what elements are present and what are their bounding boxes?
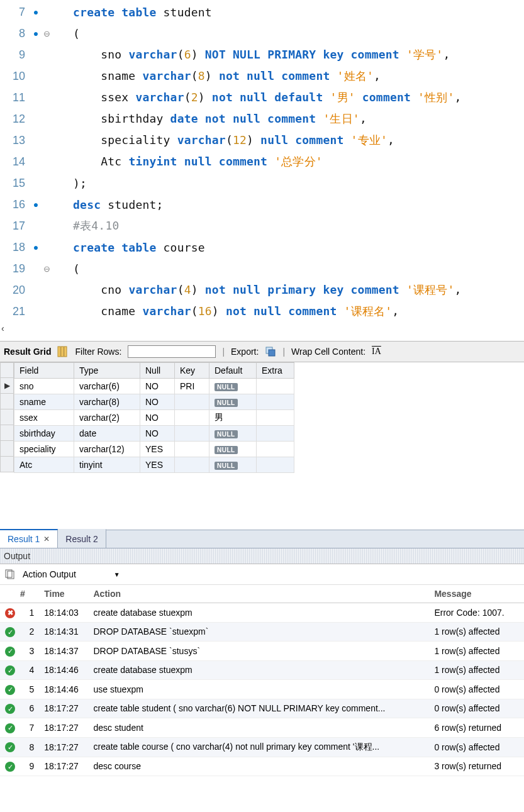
grid-cell[interactable] <box>175 457 209 473</box>
grid-cell[interactable]: NO <box>140 394 175 410</box>
output-cell[interactable]: 4 <box>15 660 39 680</box>
grid-cell[interactable]: NO <box>140 410 175 426</box>
output-cell[interactable]: 0 row(s) affected <box>429 699 524 718</box>
output-cell[interactable]: 18:14:37 <box>39 642 88 661</box>
code-line[interactable]: 13 speciality varchar(12) null comment '… <box>0 130 524 151</box>
breakpoint-marker[interactable]: ● <box>31 7 40 17</box>
sql-editor[interactable]: 7● create table student8●⊖ (9 sno varcha… <box>0 0 524 322</box>
output-cell[interactable]: ✓ <box>0 737 15 757</box>
grid-cell[interactable]: tinyint <box>74 457 140 473</box>
output-cell[interactable]: ✖ <box>0 603 15 623</box>
result-tab[interactable]: Result 1✕ <box>0 529 58 548</box>
row-header[interactable] <box>0 441 14 457</box>
grid-cell[interactable]: sname <box>14 394 74 410</box>
output-cell[interactable]: 18:14:46 <box>39 680 88 699</box>
grid-cell[interactable]: varchar(6) <box>74 379 140 394</box>
grid-cell[interactable]: NULL <box>209 442 257 457</box>
code-text[interactable]: sname varchar(8) not null comment '姓名', <box>53 69 381 84</box>
output-cell[interactable]: 18:14:03 <box>39 603 88 623</box>
output-row[interactable]: ✓418:14:46create database stuexpm1 row(s… <box>0 660 524 680</box>
output-cell[interactable]: 18:17:27 <box>39 737 88 757</box>
code-line[interactable]: 14 Atc tinyint null comment '总学分' <box>0 151 524 172</box>
output-header[interactable]: # <box>15 585 39 603</box>
output-cell[interactable]: ✓ <box>0 622 15 642</box>
grid-cell[interactable]: sbirthday <box>14 426 74 442</box>
result-tab[interactable]: Result 2 <box>58 529 106 548</box>
grid-columns-icon[interactable] <box>57 346 69 357</box>
action-output-table[interactable]: #TimeActionMessage ✖118:14:03create data… <box>0 585 524 776</box>
code-line[interactable]: 16● desc student; <box>0 194 524 215</box>
table-row[interactable]: specialityvarchar(12)YESNULL <box>14 442 294 457</box>
grid-cell[interactable]: 男 <box>209 410 257 426</box>
code-text[interactable]: ); <box>53 177 87 190</box>
code-text[interactable]: Atc tinyint null comment '总学分' <box>53 154 323 169</box>
grid-cell[interactable] <box>175 410 209 426</box>
code-line[interactable]: 12 sbirthday date not null comment '生日', <box>0 108 524 130</box>
output-cell[interactable]: 6 row(s) returned <box>429 718 524 738</box>
table-row[interactable]: AtctinyintYESNULL <box>14 457 294 473</box>
table-row[interactable]: sbirthdaydateNONULL <box>14 426 294 442</box>
code-text[interactable]: cno varchar(4) not null primary key comm… <box>53 282 462 298</box>
output-cell[interactable]: desc student <box>88 718 429 738</box>
output-cell[interactable]: 18:14:46 <box>39 660 88 680</box>
grid-cell[interactable] <box>175 426 209 442</box>
grid-header[interactable]: Key <box>175 363 209 379</box>
output-cell[interactable]: 7 <box>15 718 39 738</box>
grid-cell[interactable]: NULL <box>209 379 257 394</box>
row-header[interactable]: ▶ <box>0 378 14 394</box>
code-line[interactable]: 9 sno varchar(6) NOT NULL PRIMARY key co… <box>0 44 524 65</box>
grid-header[interactable]: Extra <box>257 363 294 379</box>
grid-cell[interactable]: Atc <box>14 457 74 473</box>
output-type-dropdown[interactable]: Action Output ▼ <box>20 568 123 581</box>
output-cell[interactable]: 6 <box>15 699 39 718</box>
output-cell[interactable]: create database stuexpm <box>88 603 429 623</box>
code-line[interactable]: 10 sname varchar(8) not null comment '姓名… <box>0 65 524 87</box>
output-row[interactable]: ✓318:14:37DROP DATABASE `stusys`1 row(s)… <box>0 642 524 661</box>
grid-cell[interactable]: varchar(12) <box>74 442 140 457</box>
output-cell[interactable]: ✓ <box>0 757 15 776</box>
output-cell[interactable]: 8 <box>15 737 39 757</box>
output-cell[interactable]: create table student ( sno varchar(6) NO… <box>88 699 429 718</box>
output-cell[interactable]: DROP DATABASE `stusys` <box>88 642 429 661</box>
output-cell[interactable]: 18:17:27 <box>39 757 88 776</box>
output-cell[interactable]: Error Code: 1007. <box>429 603 524 623</box>
output-cell[interactable]: 0 row(s) affected <box>429 737 524 757</box>
breakpoint-marker[interactable]: ● <box>31 28 40 38</box>
code-text[interactable]: create table student <box>53 6 212 19</box>
output-cell[interactable]: 18:17:27 <box>39 699 88 718</box>
output-cell[interactable]: create database stuexpm <box>88 660 429 680</box>
code-line[interactable]: 19⊖ ( <box>0 258 524 279</box>
row-header[interactable] <box>0 394 14 409</box>
output-header[interactable]: Action <box>88 585 429 603</box>
output-cell[interactable]: 2 <box>15 622 39 642</box>
close-icon[interactable]: ✕ <box>43 535 50 543</box>
fold-icon[interactable]: ⊖ <box>40 29 53 38</box>
output-row[interactable]: ✓818:17:27create table course ( cno varc… <box>0 737 524 757</box>
code-text[interactable]: sno varchar(6) NOT NULL PRIMARY key comm… <box>53 47 450 62</box>
code-text[interactable]: ( <box>53 27 80 40</box>
output-cell[interactable]: ✓ <box>0 642 15 661</box>
code-text[interactable]: create table course <box>53 241 205 254</box>
panel-close-chevron[interactable]: ‹ <box>0 322 524 335</box>
grid-header[interactable]: Type <box>74 363 140 379</box>
output-row[interactable]: ✓918:17:27desc course3 row(s) returned <box>0 757 524 776</box>
output-header[interactable]: Time <box>39 585 88 603</box>
code-line[interactable]: 18● create table course <box>0 236 524 258</box>
grid-cell[interactable]: YES <box>140 457 175 473</box>
grid-cell[interactable] <box>257 442 294 457</box>
breakpoint-marker[interactable]: ● <box>31 242 40 252</box>
grid-cell[interactable] <box>257 426 294 442</box>
grid-cell[interactable]: varchar(8) <box>74 394 140 410</box>
output-cell[interactable]: 3 <box>15 642 39 661</box>
table-row[interactable]: snovarchar(6)NOPRINULL <box>14 379 294 394</box>
output-cell[interactable]: ✓ <box>0 718 15 738</box>
grid-header[interactable]: Default <box>209 363 257 379</box>
output-cell[interactable]: 9 <box>15 757 39 776</box>
grid-header[interactable]: Field <box>14 363 74 379</box>
grid-cell[interactable] <box>175 394 209 410</box>
code-text[interactable]: #表4.10 <box>53 218 119 233</box>
fold-icon[interactable]: ⊖ <box>40 264 53 274</box>
output-copy-icon[interactable] <box>5 569 15 579</box>
output-cell[interactable]: DROP DATABASE `stuexpm` <box>88 622 429 642</box>
export-icon[interactable] <box>265 346 276 357</box>
